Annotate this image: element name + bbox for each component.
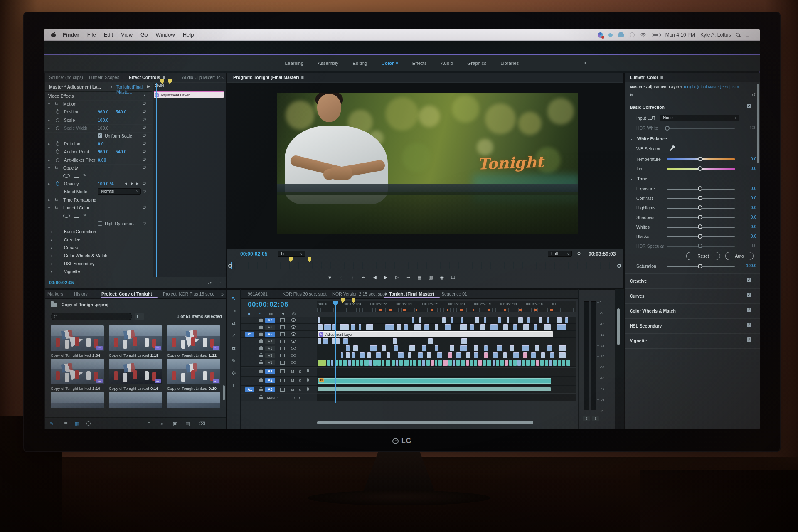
add-marker-icon[interactable]: ▼ (281, 311, 286, 316)
chevron-right-icon[interactable]: ▸ (51, 254, 52, 258)
timeline-clip[interactable] (566, 360, 571, 366)
param-value[interactable]: 100.0 (98, 126, 108, 131)
control-center-icon[interactable]: ≡ (746, 32, 749, 38)
timeline-clip[interactable] (559, 345, 566, 351)
slider-knob[interactable] (698, 157, 702, 161)
slider-knob[interactable] (698, 186, 702, 191)
track-target-button[interactable]: V4 (265, 339, 275, 344)
timeline-clip[interactable] (513, 360, 517, 366)
project-tab[interactable]: Markers (47, 291, 63, 296)
chevron-right-icon[interactable]: ▸ (48, 158, 50, 162)
sequence-marker-icon[interactable] (289, 257, 293, 262)
new-bin-icon[interactable]: ▣ (173, 421, 177, 426)
project-item-thumbnail[interactable]: ••• (167, 325, 220, 351)
type-tool-icon[interactable]: T (227, 380, 240, 391)
timeline-clip[interactable] (531, 352, 536, 358)
lumetri-section-hsl-secondary[interactable]: HSL Secondary✓ (625, 322, 760, 334)
timeline-clip[interactable] (559, 352, 566, 358)
sync-lock-icon[interactable] (280, 379, 285, 382)
timeline-clip[interactable] (562, 360, 565, 366)
track-lane-a2[interactable]: fx (317, 377, 576, 386)
timeline-clip[interactable] (557, 324, 566, 330)
project-tab[interactable]: Project: Copy of Tonight≡ (101, 291, 157, 296)
lock-track-icon[interactable] (259, 355, 263, 357)
track-target-button[interactable]: V2 (265, 353, 275, 358)
lumetri-section-curves[interactable]: Curves✓ (625, 292, 760, 304)
track-target-button[interactable]: A2 (265, 378, 275, 383)
mark-out-icon[interactable]: } (350, 275, 355, 280)
param-value[interactable]: 100.0 (98, 118, 108, 123)
reset-effect-icon[interactable]: ↺ (752, 92, 756, 98)
menubar-clock[interactable]: Mon 4:10 PM (665, 32, 695, 38)
export-frame-icon[interactable]: ◉ (439, 275, 445, 280)
effect-row-blend-mode[interactable]: Blend ModeNormal∨↺ (45, 188, 152, 196)
mute-button[interactable]: M (290, 379, 295, 383)
panel-menu-icon[interactable]: ≡ (660, 75, 663, 80)
timeline-clip[interactable] (323, 338, 328, 344)
chevron-down-icon[interactable]: ▾ (48, 166, 50, 170)
search-bin-button[interactable] (135, 313, 144, 320)
track-target-button[interactable]: V3 (265, 346, 275, 351)
timeline-clip[interactable] (450, 345, 454, 351)
workspace-tab-libraries[interactable]: Libraries (500, 61, 519, 66)
snap-magnet-icon[interactable]: ∩ (259, 311, 262, 316)
slider-knob[interactable] (698, 224, 702, 229)
mini-timeline-playhead[interactable] (156, 83, 157, 277)
timeline-clip[interactable] (500, 360, 504, 366)
timeline-clip[interactable] (353, 345, 358, 351)
sync-lock-icon[interactable] (280, 318, 285, 322)
timeline-clip[interactable] (461, 317, 463, 323)
project-item-thumbnail[interactable]: ••• (109, 325, 162, 351)
toggle-track-output-eye-icon[interactable] (291, 361, 296, 364)
sync-lock-icon[interactable] (280, 354, 285, 357)
timeline-clip[interactable] (557, 317, 562, 323)
sync-lock-icon[interactable] (280, 332, 285, 336)
mask-ellipse-icon[interactable] (63, 214, 70, 218)
track-lane-v5[interactable]: fxAdjustment Layer (317, 331, 576, 338)
timeline-clip[interactable] (364, 360, 369, 366)
timeline-clip[interactable] (534, 324, 537, 330)
scrubber-handle-right[interactable] (617, 264, 621, 268)
timeline-clip[interactable] (327, 360, 330, 366)
timeline-clip[interactable] (360, 352, 365, 358)
timeline-clip[interactable] (413, 360, 416, 366)
program-tab[interactable]: Program: Tonight (Final Master)≡ (233, 75, 304, 80)
timeline-clip[interactable] (318, 317, 320, 323)
workspace-tab-color[interactable]: Color≡ (381, 61, 398, 66)
audio-clip[interactable]: fx (318, 378, 551, 384)
chevron-right-icon[interactable]: ▸ (48, 198, 50, 202)
input-lut-select[interactable]: None∨ (660, 115, 739, 121)
project-scrollbar[interactable] (223, 385, 225, 400)
timeline-clip[interactable] (558, 360, 561, 366)
effect-row-opacity[interactable]: ▸Opacity100.0 %◀ ◆ ▶↺ (45, 180, 152, 188)
lumetri-slider-blacks[interactable]: Blacks0.0 (625, 234, 760, 240)
reset-parameter-icon[interactable]: ↺ (143, 109, 146, 114)
timeline-clip[interactable] (470, 324, 474, 330)
param-value[interactable]: 0.0 (98, 141, 104, 146)
slider-knob[interactable] (698, 234, 702, 239)
effect-row-anchor-point[interactable]: Anchor Point960.0540.0↺ (45, 148, 152, 156)
auto-button[interactable]: Auto (725, 252, 754, 260)
solo-right-button[interactable]: S (592, 416, 599, 421)
section-checkbox[interactable]: ✓ (747, 323, 751, 327)
slider-value[interactable]: 0.0 (736, 215, 756, 219)
track-header-v2[interactable]: V2 (241, 352, 317, 359)
timeline-clip[interactable] (397, 324, 401, 330)
timeline-clip[interactable] (493, 360, 495, 366)
timeline-clip[interactable] (348, 360, 350, 366)
track-header-v4[interactable]: V4 (241, 338, 317, 345)
timeline-clip[interactable] (366, 324, 373, 330)
effect-row-video-effects[interactable]: Video Effects▲ (45, 92, 152, 100)
timeline-horizontal-scrollbar[interactable] (317, 421, 533, 424)
timeline-clip[interactable] (387, 352, 390, 358)
reset-parameter-icon[interactable]: ↺ (143, 205, 146, 210)
timeline-clip[interactable] (399, 360, 403, 366)
timeline-clip[interactable] (490, 324, 498, 330)
step-forward-icon[interactable]: ▷ (394, 275, 400, 280)
timeline-clip[interactable] (339, 360, 341, 366)
toggle-track-output-eye-icon[interactable] (291, 347, 296, 350)
timeline-clip[interactable] (437, 352, 442, 358)
effect-row-high-dynamic-[interactable]: High Dynamic ...↺ (45, 220, 152, 228)
timeline-clip[interactable] (414, 324, 421, 330)
param-value[interactable]: 540.0 (116, 149, 126, 154)
